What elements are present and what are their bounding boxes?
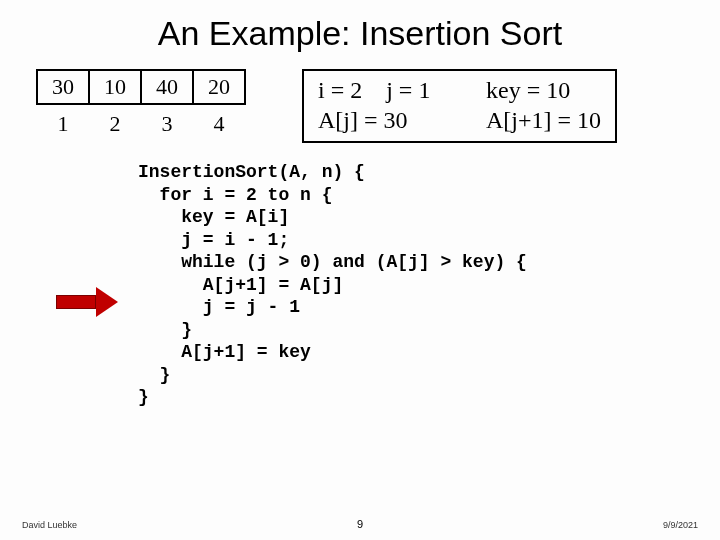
state-key: key = 10 bbox=[486, 75, 570, 105]
footer-author: David Luebke bbox=[22, 520, 77, 530]
array-indices: 1 2 3 4 bbox=[36, 111, 244, 137]
array-cell: 20 bbox=[192, 69, 246, 105]
array-area: 30 10 40 20 1 2 3 4 bbox=[36, 69, 244, 137]
content-row: 30 10 40 20 1 2 3 4 i = 2 j = 1 key = 10… bbox=[0, 69, 720, 143]
array-cell: 30 bbox=[36, 69, 90, 105]
array-index: 4 bbox=[192, 111, 246, 137]
footer-date: 9/9/2021 bbox=[663, 520, 698, 530]
array-cell: 40 bbox=[140, 69, 194, 105]
array-cells: 30 10 40 20 bbox=[36, 69, 244, 105]
state-aj1: A[j+1] = 10 bbox=[486, 105, 601, 135]
array-cell: 10 bbox=[88, 69, 142, 105]
state-aj: A[j] = 30 bbox=[318, 105, 486, 135]
page-title: An Example: Insertion Sort bbox=[0, 0, 720, 69]
arrow-icon bbox=[56, 287, 118, 317]
footer-page: 9 bbox=[357, 518, 363, 530]
state-box: i = 2 j = 1 key = 10 A[j] = 30 A[j+1] = … bbox=[302, 69, 617, 143]
code-area: InsertionSort(A, n) { for i = 2 to n { k… bbox=[0, 161, 720, 409]
array-index: 2 bbox=[88, 111, 142, 137]
array-index: 1 bbox=[36, 111, 90, 137]
code-block: InsertionSort(A, n) { for i = 2 to n { k… bbox=[138, 161, 720, 409]
array-index: 3 bbox=[140, 111, 194, 137]
state-i: i = 2 bbox=[318, 77, 362, 103]
state-j: j = 1 bbox=[386, 77, 430, 103]
